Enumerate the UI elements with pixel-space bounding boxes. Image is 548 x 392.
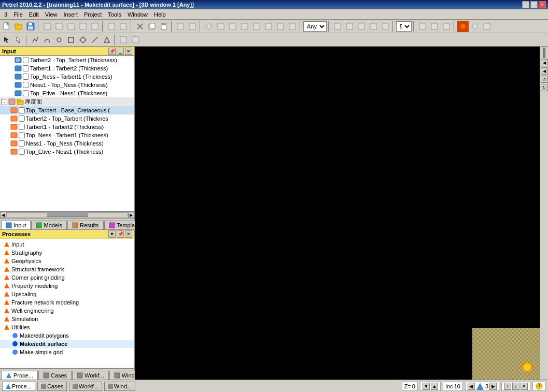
maximize-button[interactable]: □ [530,1,538,8]
proc-well[interactable]: Well engineering [0,307,134,315]
counter-next-btn[interactable]: ▶ [489,383,497,390]
draw-tool-1[interactable] [30,34,41,46]
tree-check-3[interactable] [23,82,29,88]
tb-btn-32[interactable] [457,21,469,32]
status-tab-workflows[interactable]: Workf... [69,382,102,391]
tb-btn-28[interactable] [380,21,391,32]
tree-item-3[interactable]: Ness1 - Top_Ness (Thickness) [0,81,134,89]
tb-open[interactable] [13,21,24,32]
tree-check-6[interactable] [19,115,25,122]
tree-item-9[interactable]: Ness1 - Top_Ness (Thickness) [0,139,134,148]
pointer-tool[interactable] [13,34,24,46]
tb-btn-34[interactable] [481,21,493,32]
proc-property[interactable]: Property modeling [0,282,134,290]
processes-close-btn[interactable]: ✕ [125,230,132,238]
scroll-right-btn[interactable]: ▶ [128,212,134,218]
tree-item-4[interactable]: Top_Etive - Ness1 (Thickness) [0,89,134,97]
proc-corner[interactable]: Corner point gridding [0,273,134,282]
proc-sub-polygons[interactable]: Make/edit polygons [0,331,134,340]
draw-tool-7[interactable] [101,34,113,46]
counter-btn[interactable]: ◀ [468,383,475,390]
menu-window[interactable]: Window [124,11,151,18]
menu-edit[interactable]: Edit [26,11,42,18]
sidebar-handle[interactable] [543,48,545,58]
proc-tab-processes[interactable]: Proce... [1,371,38,380]
tree-item-6[interactable]: Tarbert2 - Top_Tarbert (Thicknes [0,114,134,123]
menu-help[interactable]: Help [151,11,169,18]
tb-paste[interactable] [158,21,170,32]
proc-input[interactable]: Input [0,240,134,249]
tb-btn-6[interactable] [65,21,77,32]
tree-check-8[interactable] [19,132,25,138]
panel-close-btn[interactable]: ✕ [125,48,132,55]
draw-tool-5[interactable] [77,34,89,46]
tree-check-5[interactable] [19,107,25,113]
proc-sub-surface[interactable]: Make/edit surface [0,340,134,348]
tree-check-4[interactable] [23,90,29,96]
tb-btn-15[interactable] [187,21,198,32]
tb-btn-29[interactable] [417,21,428,32]
right-btn-1[interactable]: ◀ [541,59,548,66]
expand-btn[interactable]: - [1,99,7,105]
tb-btn-26[interactable] [356,21,367,32]
proc-structural[interactable]: Structural framework [0,265,134,273]
proc-geophysics[interactable]: Geophysics [0,257,134,265]
h-scrollbar[interactable]: ◀ ▶ [0,212,134,218]
tb-btn-21[interactable] [263,21,274,32]
tb-btn-5[interactable] [53,21,65,32]
tb-btn-33[interactable] [469,21,481,32]
draw-tool-4[interactable] [65,34,77,46]
proc-upscaling[interactable]: Upscaling [0,290,134,298]
tb-btn-17[interactable] [215,21,227,32]
tb-btn-24[interactable] [332,21,343,32]
proc-tab-workflows[interactable]: Workf... [72,371,109,380]
tb-btn-22[interactable] [275,21,286,32]
tree-check-1[interactable] [23,65,29,71]
main-viewport[interactable] [135,47,540,380]
scroll-left-btn[interactable]: ◀ [0,212,6,218]
tab-models[interactable]: Models [31,221,66,229]
menu-3[interactable]: 3 [1,11,10,18]
tb-btn-14[interactable] [175,21,186,32]
tb-new[interactable] [1,21,12,32]
panel-min-btn[interactable]: _ [117,48,124,55]
processes-pin-btn[interactable]: 📌 [117,230,124,238]
tb-btn-23[interactable] [287,21,298,32]
nav-btn-2[interactable]: ↓ [512,383,519,390]
scroll-track[interactable] [6,212,128,217]
tree-check-10[interactable] [19,149,25,155]
nav-btn-3[interactable]: ✕ [521,383,528,390]
scroll-thumb[interactable] [47,213,88,217]
tb-btn-10[interactable] [118,21,129,32]
proc-utilities[interactable]: Utilities [0,323,134,331]
tree-check-9[interactable] [19,140,25,147]
tree-item-8[interactable]: Top_Ness - Tarbert1 (Thickness) [0,131,134,139]
status-tab-processes[interactable]: Proce... [2,382,35,391]
menu-view[interactable]: View [42,11,61,18]
tb-btn-7[interactable] [77,21,89,32]
proc-simulation[interactable]: Simulation [0,315,134,323]
proc-tab-cases[interactable]: Cases [38,371,72,380]
tree-check-7[interactable] [19,124,25,130]
tb-cut[interactable] [134,21,146,32]
panel-pin-btn[interactable]: 📌 [108,48,116,55]
mode-dropdown[interactable]: Any [303,21,327,32]
tb-btn-20[interactable] [251,21,262,32]
tree-check-2[interactable] [23,74,29,80]
menu-tools[interactable]: Tools [105,11,124,18]
tab-results[interactable]: Results [67,221,104,229]
edit-tool-2[interactable] [130,34,141,46]
close-button[interactable]: ✕ [539,1,546,8]
tb-save[interactable] [25,21,36,32]
status-tab-cases[interactable]: Cases [37,382,67,391]
tb-btn-4[interactable] [41,21,53,32]
tb-copy[interactable] [146,21,158,32]
tree-group-folder[interactable]: - 厚度面 [0,97,134,106]
tree-check-0[interactable] [23,57,29,63]
proc-sub-grid[interactable]: Make simple grid [0,348,134,356]
draw-tool-2[interactable] [41,34,53,46]
draw-tool-3[interactable] [53,34,65,46]
tree-item-1[interactable]: Tarbert1 - Tarbert2 (Thickness) [0,64,134,72]
right-btn-4[interactable]: ↻ [541,84,548,91]
tb-btn-19[interactable] [239,21,250,32]
